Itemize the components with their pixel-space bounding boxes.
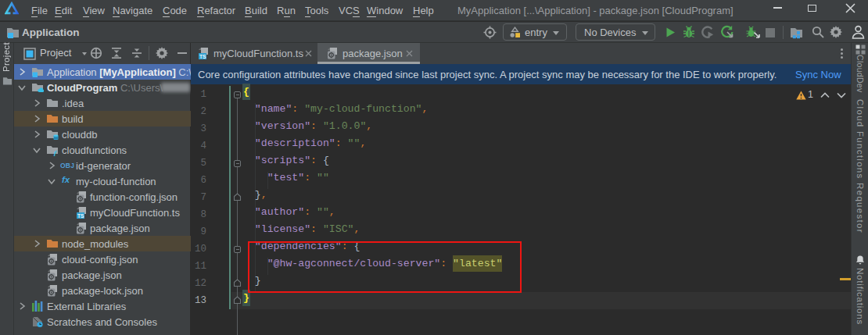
svg-text:TS: TS [199,54,206,59]
svg-text:TS: TS [77,213,84,219]
